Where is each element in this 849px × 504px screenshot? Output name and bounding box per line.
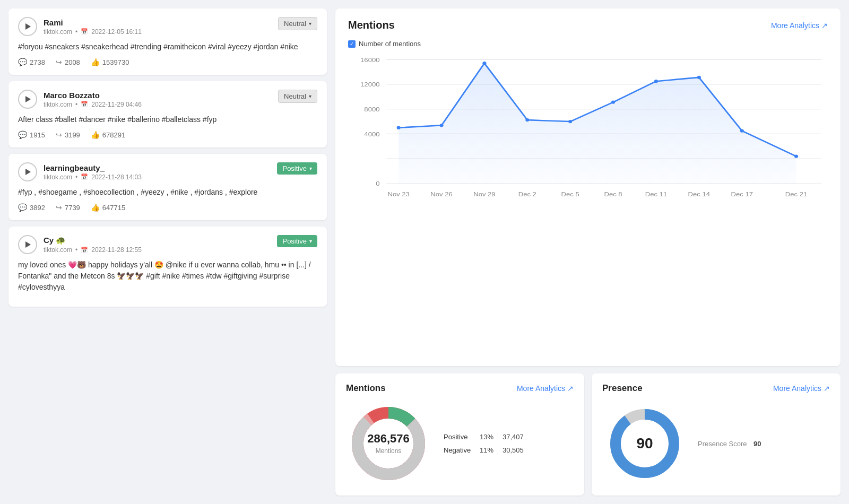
sentiment-badge[interactable]: Positive ▾ xyxy=(277,235,317,247)
data-point-3 xyxy=(482,62,486,65)
play-button[interactable] xyxy=(18,162,37,181)
author-name: Rami xyxy=(44,18,142,27)
post-stats: 💬 1915 ↪ 3199 👍 678291 xyxy=(18,131,317,139)
play-icon xyxy=(25,96,31,102)
shares-value: 2008 xyxy=(65,58,80,66)
comments-value: 1915 xyxy=(30,131,45,139)
post-header: Marco Bozzato tiktok.com • 📅 2022-11-29 … xyxy=(18,90,317,109)
like-icon: 👍 xyxy=(91,58,100,66)
like-icon: 👍 xyxy=(91,203,100,212)
mentions-donut-header: Mentions More Analytics ↗ xyxy=(346,383,574,394)
chevron-down-icon: ▾ xyxy=(309,166,312,171)
mentions-more-analytics-label: More Analytics xyxy=(771,21,819,30)
post-header: Cy 🐢 tiktok.com • 📅 2022-11-28 12:55 Pos… xyxy=(18,235,317,254)
external-link-icon-2: ↗ xyxy=(567,384,574,393)
post-card-post1: Rami tiktok.com • 📅 2022-12-05 16:11 Neu… xyxy=(8,8,327,75)
post-date: 2022-11-29 04:46 xyxy=(91,101,142,108)
chart-card-header: Mentions More Analytics ↗ xyxy=(348,19,828,31)
data-point-6 xyxy=(611,100,615,103)
post-card-post3: learningbeauty_ tiktok.com • 📅 2022-11-2… xyxy=(8,154,327,220)
post-meta: tiktok.com • 📅 2022-11-28 14:03 xyxy=(44,173,142,181)
mentions-chart-card: Mentions More Analytics ↗ Number of ment… xyxy=(335,8,841,366)
post-header: Rami tiktok.com • 📅 2022-12-05 16:11 Neu… xyxy=(18,17,317,36)
svg-text:Dec 11: Dec 11 xyxy=(645,190,668,197)
play-button[interactable] xyxy=(18,17,37,36)
post-source: tiktok.com xyxy=(44,28,72,36)
presence-more-analytics[interactable]: More Analytics ↗ xyxy=(773,384,830,393)
stat-shares: ↪ 7739 xyxy=(56,203,80,212)
like-icon: 👍 xyxy=(91,131,100,139)
stat-comments: 💬 1915 xyxy=(18,131,45,139)
legend-checkbox[interactable] xyxy=(348,40,356,48)
post-source: tiktok.com xyxy=(44,101,72,108)
presence-score-info: Presence Score 90 xyxy=(698,439,761,448)
sentiment-badge[interactable]: Neutral ▾ xyxy=(278,17,317,30)
mentions-donut-more-analytics-label: More Analytics xyxy=(517,384,565,393)
comments-value: 3892 xyxy=(30,204,45,212)
sentiment-label: Neutral xyxy=(284,92,306,100)
presence-score-label: Presence Score xyxy=(698,440,747,448)
sentiment-badge[interactable]: Positive ▾ xyxy=(277,162,317,175)
presence-score-display: 90 xyxy=(636,435,653,452)
data-point-9 xyxy=(740,129,744,132)
post-meta: tiktok.com • 📅 2022-11-28 12:55 xyxy=(44,246,142,254)
stat-comments: 💬 2738 xyxy=(18,58,45,66)
mentions-donut-wrapper: 286,576 Mentions xyxy=(346,401,431,486)
stat-likes: 👍 647715 xyxy=(91,203,125,212)
mentions-donut-title: Mentions xyxy=(346,383,386,394)
line-chart-svg: 16000 12000 8000 4000 0 Nov 23 Nov 26 No… xyxy=(348,54,828,203)
sentiment-badge[interactable]: Neutral ▾ xyxy=(278,90,317,103)
svg-text:Nov 26: Nov 26 xyxy=(430,190,453,197)
svg-text:0: 0 xyxy=(376,180,379,187)
post-author-info: learningbeauty_ tiktok.com • 📅 2022-11-2… xyxy=(18,162,142,181)
mentions-content: 286,576 Mentions Positive 13% 37,407 Neg… xyxy=(346,401,574,486)
svg-text:Nov 23: Nov 23 xyxy=(387,190,410,197)
author-details: Cy 🐢 tiktok.com • 📅 2022-11-28 12:55 xyxy=(44,236,142,254)
author-details: Rami tiktok.com • 📅 2022-12-05 16:11 xyxy=(44,18,142,36)
author-details: learningbeauty_ tiktok.com • 📅 2022-11-2… xyxy=(44,163,142,181)
author-name: learningbeauty_ xyxy=(44,163,142,172)
right-panel: Mentions More Analytics ↗ Number of ment… xyxy=(335,8,841,496)
post-date: 2022-11-28 14:03 xyxy=(91,173,142,181)
data-point-8 xyxy=(697,76,701,79)
play-button[interactable] xyxy=(18,235,37,254)
calendar-icon: 📅 xyxy=(81,247,88,254)
data-point-7 xyxy=(654,80,658,83)
svg-text:Dec 14: Dec 14 xyxy=(688,190,711,197)
presence-header: Presence More Analytics ↗ xyxy=(602,383,830,394)
author-name: Marco Bozzato xyxy=(44,91,142,100)
play-button[interactable] xyxy=(18,90,37,109)
left-panel: Rami tiktok.com • 📅 2022-12-05 16:11 Neu… xyxy=(8,8,327,496)
svg-text:Dec 5: Dec 5 xyxy=(561,190,579,197)
likes-value: 647715 xyxy=(102,204,125,212)
negative-pct: 11% xyxy=(480,446,498,454)
presence-score-value: 90 xyxy=(753,440,761,448)
donut-label: Mentions xyxy=(376,447,402,455)
author-name: Cy 🐢 xyxy=(44,236,142,245)
post-author-info: Rami tiktok.com • 📅 2022-12-05 16:11 xyxy=(18,17,142,36)
positive-label: Positive xyxy=(444,433,475,441)
stat-shares: ↪ 2008 xyxy=(56,58,80,66)
mentions-more-analytics-link[interactable]: More Analytics ↗ xyxy=(771,21,828,30)
stat-comments: 💬 3892 xyxy=(18,203,45,212)
post-card-post2: Marco Bozzato tiktok.com • 📅 2022-11-29 … xyxy=(8,81,327,147)
svg-text:8000: 8000 xyxy=(364,106,379,113)
share-icon: ↪ xyxy=(56,58,62,66)
svg-text:Dec 21: Dec 21 xyxy=(785,190,808,197)
calendar-icon: 📅 xyxy=(81,28,88,35)
mentions-donut-card: Mentions More Analytics ↗ xyxy=(335,373,584,496)
play-icon xyxy=(25,241,31,248)
post-content: After class #ballet #dancer #nike #balle… xyxy=(18,114,317,125)
svg-text:Nov 29: Nov 29 xyxy=(473,190,496,197)
external-link-icon-3: ↗ xyxy=(824,384,830,393)
positive-pct: 13% xyxy=(480,433,498,441)
post-card-post4: Cy 🐢 tiktok.com • 📅 2022-11-28 12:55 Pos… xyxy=(8,227,327,307)
mentions-stats: Positive 13% 37,407 Negative 11% 30,505 xyxy=(444,433,524,454)
play-icon xyxy=(25,169,31,175)
mentions-donut-more-analytics[interactable]: More Analytics ↗ xyxy=(517,384,574,393)
presence-content: 90 Presence Score 90 xyxy=(602,401,830,486)
calendar-icon: 📅 xyxy=(81,173,88,180)
chevron-down-icon: ▾ xyxy=(309,21,311,27)
positive-stat-row: Positive 13% 37,407 xyxy=(444,433,524,441)
post-header: learningbeauty_ tiktok.com • 📅 2022-11-2… xyxy=(18,162,317,181)
